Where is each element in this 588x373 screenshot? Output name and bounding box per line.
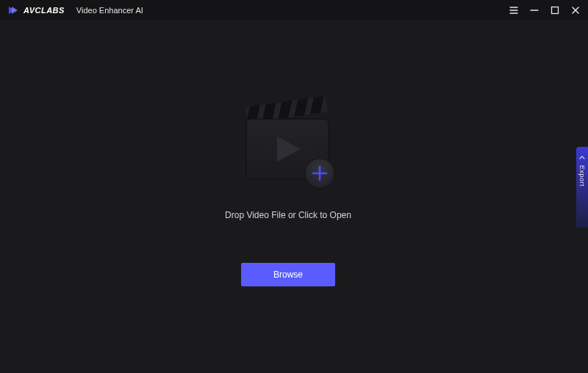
export-panel-tab[interactable]: Export [576,147,588,228]
app-title: Video Enhancer AI [76,6,143,15]
browse-button[interactable]: Browse [241,263,335,286]
clapperboard-icon[interactable] [233,94,343,197]
brand-name: AVCLABS [24,6,65,15]
menu-button[interactable] [507,4,520,17]
app-logo-icon [7,4,19,16]
export-tab-label: Export [578,165,586,186]
drop-instruction-text: Drop Video File or Click to Open [225,210,351,220]
window-controls [507,4,582,17]
minimize-button[interactable] [528,4,541,17]
maximize-button[interactable] [548,4,562,17]
app-logo-block: AVCLABS Video Enhancer AI [7,4,143,16]
chevron-up-icon [579,154,585,161]
close-button[interactable] [569,4,582,17]
main-content: Drop Video File or Click to Open Browse [0,21,576,373]
svg-rect-0 [552,7,559,14]
titlebar: AVCLABS Video Enhancer AI [0,0,588,21]
drop-zone[interactable]: Drop Video File or Click to Open [225,94,351,220]
browse-button-label: Browse [273,269,303,280]
